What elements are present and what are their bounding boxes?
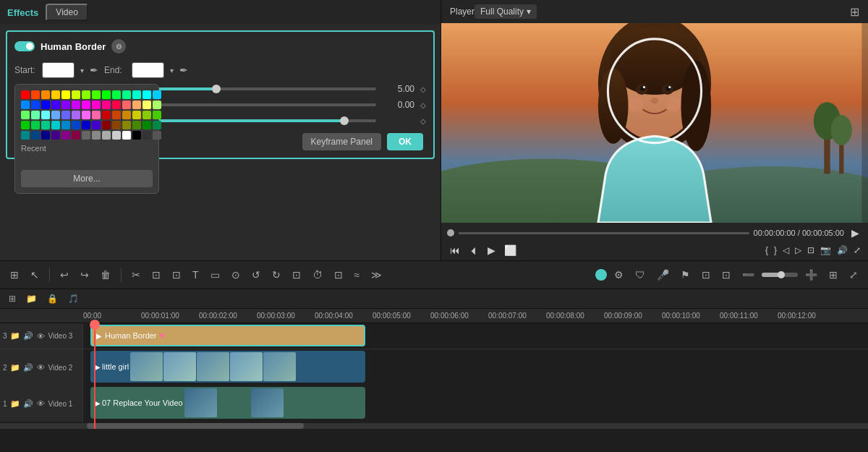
track-2-vis[interactable]: 👁 <box>36 362 46 372</box>
tool-rotate-ccw[interactable]: ↺ <box>247 266 265 283</box>
end-dropdown-arrow[interactable]: ▾ <box>170 67 174 74</box>
feather-keyframe-diamond[interactable]: ◇ <box>420 101 426 109</box>
quality-dropdown[interactable]: Full Quality ▾ <box>475 4 537 19</box>
grid-layout-icon[interactable]: ⊞ <box>850 6 859 18</box>
color-cell[interactable] <box>72 101 80 109</box>
tool-delete[interactable]: 🗑 <box>96 266 115 283</box>
color-cell[interactable] <box>112 111 121 119</box>
color-cell[interactable] <box>21 90 30 99</box>
color-cell[interactable] <box>21 131 30 140</box>
color-cell[interactable] <box>72 90 80 99</box>
track-1-folder[interactable]: 📁 <box>10 399 20 409</box>
color-cell[interactable] <box>31 121 40 129</box>
tool-more[interactable]: ≫ <box>367 266 386 283</box>
color-cell[interactable] <box>132 90 141 99</box>
color-cell[interactable] <box>132 131 141 140</box>
color-cell[interactable] <box>102 121 111 129</box>
color-cell[interactable] <box>153 90 161 99</box>
color-cell[interactable] <box>41 111 50 119</box>
tool-mic[interactable]: 🎤 <box>652 266 673 283</box>
tool-flag[interactable]: ⚑ <box>676 266 694 283</box>
track-1-audio[interactable]: 🔊 <box>23 399 33 409</box>
track-1-vis[interactable]: 👁 <box>36 398 46 409</box>
color-cell[interactable] <box>112 131 121 140</box>
tool-rotate-cw[interactable]: ↻ <box>268 266 285 283</box>
monitor-icon[interactable]: ⊡ <box>806 244 816 257</box>
tool-clip[interactable]: ⊡ <box>330 266 347 283</box>
color-cell[interactable] <box>21 101 30 109</box>
bracket-right-icon[interactable]: } <box>773 244 778 257</box>
color-cell[interactable] <box>61 101 70 109</box>
color-cell[interactable] <box>142 131 151 140</box>
color-cell[interactable] <box>132 101 141 109</box>
tool-transform[interactable]: ⊡ <box>168 266 185 283</box>
fullscreen-btn[interactable]: ▶ <box>848 226 862 240</box>
color-cell[interactable] <box>51 101 60 109</box>
color-cell[interactable] <box>102 90 111 99</box>
track-2-audio[interactable]: 🔊 <box>23 363 33 372</box>
track-3-audio[interactable]: 🔊 <box>23 331 33 341</box>
color-cell[interactable] <box>92 121 101 129</box>
tool-plus[interactable]: ➕ <box>801 266 822 283</box>
volume-icon[interactable]: 🔊 <box>835 244 849 257</box>
playhead-circle[interactable] <box>447 229 454 236</box>
tool-screen[interactable]: ⊡ <box>718 266 735 283</box>
color-cell[interactable] <box>82 131 90 140</box>
color-cell[interactable] <box>122 131 131 140</box>
tool-undo[interactable]: ↩ <box>56 266 73 283</box>
color-cell[interactable] <box>142 101 151 109</box>
keyframe-panel-btn[interactable]: Keyframe Panel <box>302 133 381 150</box>
color-cell[interactable] <box>122 101 131 109</box>
tool-crop[interactable]: ⊡ <box>148 266 165 283</box>
tl-audio-btn[interactable]: 🎵 <box>65 292 82 305</box>
color-cell[interactable] <box>92 90 101 99</box>
color-cell[interactable] <box>92 131 101 140</box>
color-cell[interactable] <box>41 101 50 109</box>
color-cell[interactable] <box>51 111 60 119</box>
color-cell[interactable] <box>132 121 141 129</box>
color-cell[interactable] <box>31 111 40 119</box>
end-eyedropper[interactable]: ✒ <box>179 64 188 76</box>
color-cell[interactable] <box>102 111 111 119</box>
tool-shield[interactable]: 🛡 <box>631 266 650 283</box>
color-cell[interactable] <box>61 90 70 99</box>
color-cell[interactable] <box>61 131 70 140</box>
tl-folder-btn[interactable]: 📁 <box>23 292 40 305</box>
color-cell[interactable] <box>41 121 50 129</box>
end-color-swatch[interactable] <box>132 62 164 78</box>
color-cell[interactable] <box>82 101 90 109</box>
color-cell[interactable] <box>41 90 50 99</box>
color-cell[interactable] <box>102 101 111 109</box>
track-3-folder[interactable]: 📁 <box>10 331 20 341</box>
tool-text[interactable]: T <box>188 266 203 283</box>
tl-lock-btn[interactable]: 🔒 <box>44 292 61 305</box>
stop-btn[interactable]: ⬜ <box>501 243 519 257</box>
color-cell[interactable] <box>153 121 161 129</box>
color-cell[interactable] <box>72 111 80 119</box>
clip-replace-video[interactable]: ▶ 07 Replace Your Video <box>90 387 365 419</box>
tl-grid-btn[interactable]: ⊞ <box>6 292 19 305</box>
tool-timer[interactable]: ⏱ <box>308 266 327 283</box>
effect-toggle[interactable] <box>14 41 35 51</box>
start-eyedropper[interactable]: ✒ <box>90 64 98 76</box>
step-back-btn[interactable]: ⏴ <box>466 243 482 257</box>
color-cell[interactable] <box>92 111 101 119</box>
clip-little-girl[interactable]: ▶ little girl <box>90 351 365 383</box>
skip-back-btn[interactable]: ⏮ <box>447 243 463 257</box>
color-cell[interactable] <box>31 90 40 99</box>
effect-settings-btn[interactable]: ⚙ <box>111 39 126 54</box>
tool-box[interactable]: ⊡ <box>288 266 305 283</box>
color-cell[interactable] <box>51 90 60 99</box>
color-cell[interactable] <box>142 121 151 129</box>
color-cell[interactable] <box>61 111 70 119</box>
color-cell[interactable] <box>72 121 80 129</box>
track-3-vis[interactable]: 👁 <box>36 331 46 341</box>
color-cell[interactable] <box>51 121 60 129</box>
color-cell[interactable] <box>122 111 131 119</box>
tool-expand[interactable]: ⤢ <box>845 266 862 283</box>
track-2-folder[interactable]: 📁 <box>10 363 20 372</box>
tool-grid-layout[interactable]: ⊞ <box>825 266 842 283</box>
color-cell[interactable] <box>51 131 60 140</box>
arrow-left-icon[interactable]: ◁ <box>781 244 791 257</box>
start-color-swatch[interactable] <box>42 62 75 78</box>
